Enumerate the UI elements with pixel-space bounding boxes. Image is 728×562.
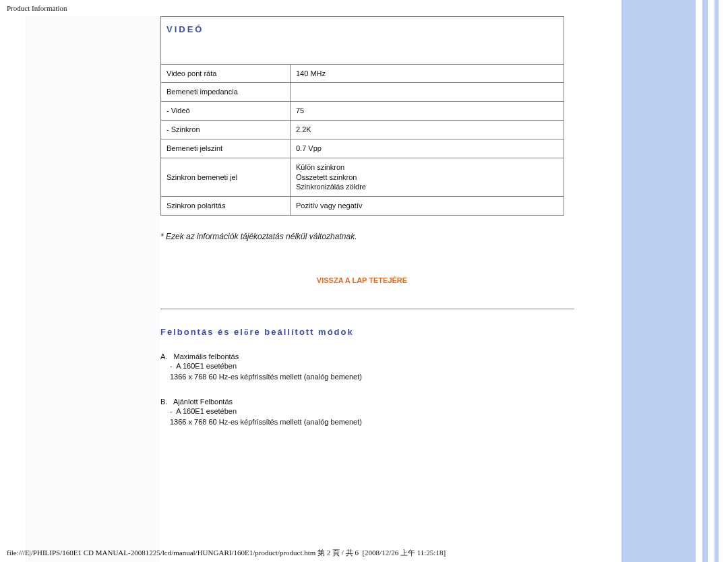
- spec-label: Bemeneti jelszint: [161, 139, 291, 158]
- page-title: Product Information: [7, 4, 67, 12]
- list-letter: B.: [160, 398, 167, 406]
- spec-value: 0.7 Vpp: [291, 139, 564, 158]
- list-title: Maximális felbontás: [174, 352, 239, 361]
- spec-label: - Szinkron: [161, 121, 291, 139]
- heading-text: re beállított módok: [249, 327, 353, 337]
- spec-value: 140 MHz: [291, 64, 564, 83]
- resolution-heading: Felbontás és előre beállított módok: [160, 327, 578, 338]
- spec-label: Szinkron bemeneti jel: [161, 158, 291, 197]
- section-divider: [160, 309, 574, 309]
- list-letter: A.: [160, 352, 167, 361]
- back-to-top-link[interactable]: VISSZA A LAP TETEJÉRE: [160, 276, 564, 284]
- table-row: Bemeneti jelszint 0.7 Vpp: [161, 139, 564, 158]
- table-row: Szinkron bemeneti jel Külön szinkron Öss…: [161, 158, 564, 197]
- left-sidebar: [26, 16, 160, 562]
- spec-value: Külön szinkron Összetett szinkron Szinkr…: [291, 158, 564, 197]
- list-detail: 1366 x 768 60 Hz-es képfrissítés mellett…: [170, 416, 578, 428]
- decor-stripe: [621, 0, 696, 562]
- spec-label: Szinkron polaritás: [161, 197, 291, 216]
- resolution-block-b: B. Ajánlott Felbontás - A 160E1 esetében…: [160, 398, 578, 428]
- list-subtitle: A 160E1 esetében: [176, 362, 237, 370]
- spec-label: Bemeneti impedancia: [161, 83, 291, 102]
- list-title: Ajánlott Felbontás: [173, 398, 233, 406]
- spec-value: Pozitív vagy negatív: [291, 197, 564, 216]
- table-row: - Szinkron 2.2K: [161, 121, 564, 139]
- table-row: Video pont ráta 140 MHz: [161, 64, 564, 83]
- decor-stripe: [708, 0, 715, 562]
- video-spec-table: VIDEÓ Video pont ráta 140 MHz Bemeneti i…: [160, 16, 564, 216]
- video-heading: VIDEÓ: [161, 17, 564, 65]
- list-detail: 1366 x 768 60 Hz-es képfrissítés mellett…: [170, 371, 578, 383]
- table-row: Szinkron polaritás Pozitív vagy negatív: [161, 197, 564, 216]
- spec-value: 75: [291, 102, 564, 121]
- decor-stripe: [696, 0, 702, 562]
- spec-label: - Videó: [161, 102, 291, 121]
- disclaimer-text: * Ezek az információk tájékoztatás nélkü…: [160, 232, 578, 241]
- resolution-block-a: A. Maximális felbontás - A 160E1 esetébe…: [160, 352, 578, 383]
- decor-stripe: [702, 0, 708, 562]
- decor-stripe: [715, 0, 719, 562]
- main-content: VIDEÓ Video pont ráta 140 MHz Bemeneti i…: [160, 16, 578, 429]
- spec-value: 2.2K: [291, 121, 564, 139]
- spec-label: Video pont ráta: [161, 64, 291, 83]
- footer-path: file:///E|/PHILIPS/160E1 CD MANUAL-20081…: [7, 548, 446, 558]
- table-row: Bemeneti impedancia: [161, 83, 564, 102]
- spec-value: [291, 83, 564, 102]
- table-row: - Videó 75: [161, 102, 564, 121]
- heading-text: Felbontás és el: [160, 327, 244, 337]
- list-subtitle: A 160E1 esetében: [176, 407, 237, 415]
